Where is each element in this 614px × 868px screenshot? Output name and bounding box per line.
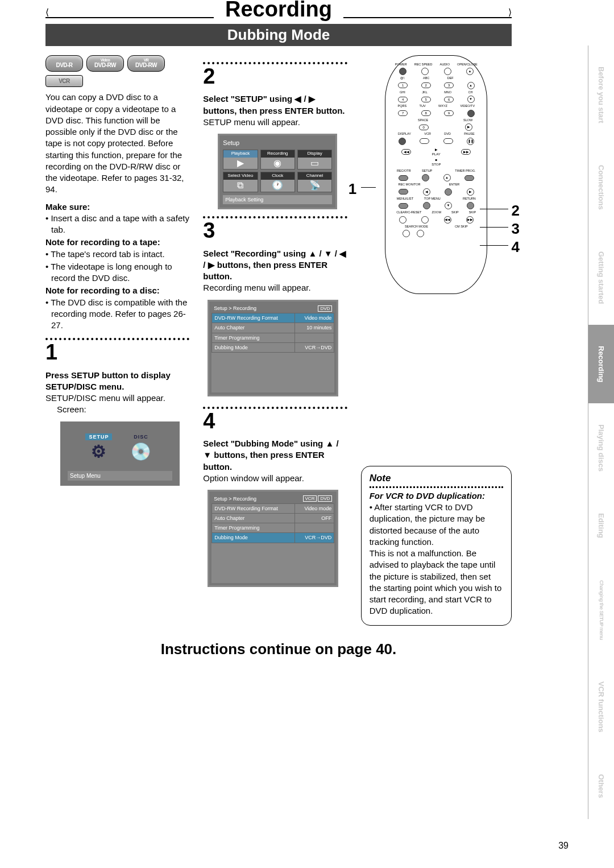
- badge-dvdr: DVD-R: [45, 55, 83, 72]
- sidetab-vcr-functions[interactable]: VCR functions: [588, 661, 614, 754]
- setup-disc-screen: SETUP⚙ DISC💿 Setup Menu: [60, 421, 180, 486]
- badge-dvdrw-vr: VRDVD-RW: [127, 55, 165, 72]
- note-tape-item: • The videotape is long enough to record…: [45, 261, 189, 284]
- note-heading: Note: [370, 472, 503, 485]
- sidetab-playing-discs[interactable]: Playing discs: [588, 403, 614, 493]
- callout-2: 2: [512, 201, 520, 221]
- sidetab-setup-menu[interactable]: Changing the SETUP menu: [588, 559, 614, 660]
- setup-menu-screen: Setup Playback▶ Recording◉ Display▭ Sele…: [218, 134, 337, 209]
- step-number: 1: [45, 338, 189, 367]
- page-number: 39: [558, 841, 569, 851]
- remote-control-diagram: POWERREC SPEEDAUDIOOPEN/CLOSE ▲ @!.ABCDE…: [385, 55, 487, 294]
- callout-3: 3: [512, 219, 520, 239]
- step4-heading: Select "Dubbing Mode" using ▲ / ▼ button…: [203, 438, 347, 473]
- note-tape-item: • The tape's record tab is intact.: [45, 249, 189, 260]
- side-tabs: Before you start Connections Getting sta…: [588, 46, 614, 819]
- badge-vcr: VCR: [45, 75, 83, 88]
- note-box: Note For VCR to DVD duplication: • After…: [361, 466, 512, 626]
- sidetab-recording[interactable]: Recording: [588, 325, 614, 403]
- step-number: 3: [203, 216, 347, 245]
- step2-heading: Select "SETUP" using ◀ / ▶ buttons, then…: [203, 93, 347, 117]
- step1-heading: Press SETUP button to display SETUP/DISC…: [45, 370, 189, 393]
- sidetab-others[interactable]: Others: [588, 754, 614, 819]
- step-number: 4: [203, 407, 347, 436]
- make-sure-heading: Make sure:: [45, 201, 189, 213]
- note-tape-heading: Note for recording to a tape:: [45, 237, 189, 248]
- step3-text: Recording menu will appear.: [203, 282, 347, 294]
- badge-dvdrw-video: VideoDVD-RW: [86, 55, 124, 72]
- note-subheading: For VCR to DVD duplication:: [370, 490, 503, 502]
- step-number: 2: [203, 62, 347, 91]
- callout-4: 4: [512, 237, 520, 257]
- page-title: Recording: [214, 0, 343, 22]
- callout-1: 1: [349, 179, 356, 199]
- step2-text: SETUP menu will appear.: [203, 117, 347, 128]
- note-disc-heading: Note for recording to a disc:: [45, 285, 189, 296]
- sidetab-getting-started[interactable]: Getting started: [588, 230, 614, 325]
- continue-text: Instructions continue on page 40.: [45, 640, 512, 658]
- intro-text: You can copy a DVD disc to a videotape o…: [45, 92, 189, 195]
- make-sure-item: • Insert a disc and a tape with a safety…: [45, 213, 189, 236]
- sidetab-before-you-start[interactable]: Before you start: [588, 46, 614, 144]
- note-disc-item: • The DVD disc is compatible with the re…: [45, 297, 189, 332]
- sidetab-editing[interactable]: Editing: [588, 493, 614, 560]
- step1-text: SETUP/DISC menu will appear.: [45, 392, 189, 404]
- page-subtitle: Dubbing Mode: [45, 24, 512, 46]
- disc-badges: DVD-R VideoDVD-RW VRDVD-RW VCR: [45, 55, 189, 87]
- step4-text: Option window will appear.: [203, 473, 347, 484]
- screen-label: Screen:: [57, 404, 189, 415]
- note-text: • After starting VCR to DVD duplication,…: [370, 502, 503, 617]
- sidetab-connections[interactable]: Connections: [588, 144, 614, 230]
- step3-heading: Select "Recording" using ▲ / ▼ / ◀ / ▶ b…: [203, 248, 347, 283]
- recording-menu-screen-1: Setup > RecordingDVD DVD-RW Recording Fo…: [208, 300, 338, 396]
- recording-menu-screen-2: Setup > RecordingVCRDVD DVD-RW Recording…: [208, 490, 338, 586]
